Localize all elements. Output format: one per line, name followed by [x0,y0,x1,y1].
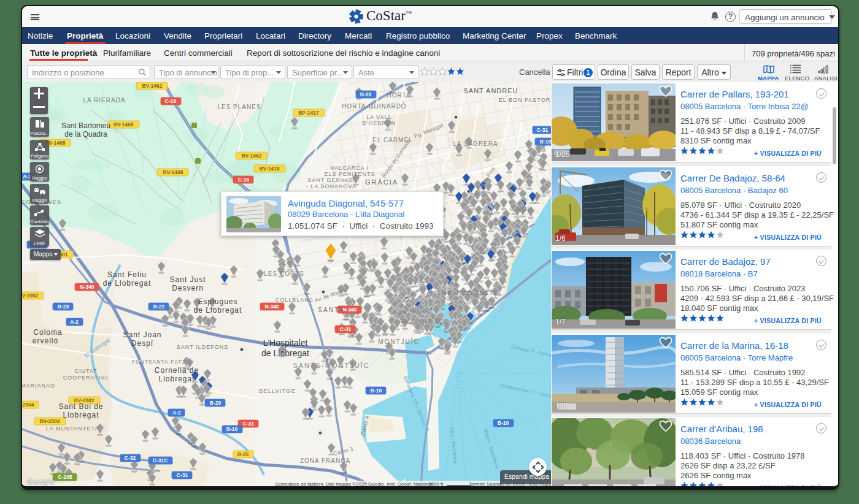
svg-text:MONTJUÏC: MONTJUÏC [378,338,420,345]
svg-text:BV-2002: BV-2002 [22,292,39,299]
svg-text:EL POBLE SEC: EL POBLE SEC [401,318,448,324]
svg-text:GRÀCIA: GRÀCIA [365,178,398,186]
svg-text:Esplugues: Esplugues [198,297,237,306]
svg-text:B-10: B-10 [540,139,551,145]
svg-text:de Llobregat: de Llobregat [194,306,242,315]
svg-text:C-16: C-16 [238,177,250,183]
svg-text:ZONA FRANCA: ZONA FRANCA [300,457,350,464]
svg-text:C-31: C-31 [537,127,549,133]
svg-text:C-31C: C-31C [153,457,168,464]
svg-text:de Llobregat: de Llobregat [103,279,152,288]
svg-text:C-245: C-245 [58,474,72,480]
svg-text:Llobregat: Llobregat [158,375,195,383]
svg-text:C-31: C-31 [340,326,352,332]
svg-text:VALCARCA I: VALCARCA I [331,165,369,171]
svg-text:HORTA: HORTA [387,92,410,99]
svg-text:N-340: N-340 [80,284,94,290]
svg-text:LA BARCELONETA: LA BARCELONETA [437,289,498,296]
svg-text:LES PLANES: LES PLANES [217,104,261,110]
svg-text:A-2: A-2 [70,319,79,325]
svg-text:HORTA-GUINARDÓ: HORTA-GUINARDÓ [342,102,406,110]
svg-text:L'Hospitalet: L'Hospitalet [263,338,308,348]
svg-text:COLLBLANC: COLLBLANC [275,297,314,303]
svg-text:B-10: B-10 [371,388,382,394]
svg-text:LA MUNTANYETA: LA MUNTANYETA [46,426,99,432]
svg-text:SANT ANDREU: SANT ANDREU [463,87,518,94]
svg-text:B-10: B-10 [226,426,238,432]
svg-text:NOU: NOU [517,206,532,213]
svg-text:BELLVITGE: BELLVITGE [259,388,296,394]
svg-text:Llobregat: Llobregat [63,411,99,419]
svg-text:D'HEBRON: D'HEBRON [363,120,396,126]
svg-text:Sant Bartomeu: Sant Bartomeu [61,121,110,130]
svg-text:Coloma: Coloma [33,328,62,337]
svg-text:SANT ILDEFONS: SANT ILDEFONS [177,344,228,350]
svg-text:N-340: N-340 [264,304,279,310]
svg-text:2004: 2004 [23,402,34,408]
svg-text:LA SAGRERA: LA SAGRERA [453,140,498,147]
svg-text:BV-1462: BV-1462 [241,153,261,159]
svg-text:Sant Joan: Sant Joan [123,330,161,339]
svg-text:C-16: C-16 [165,98,177,104]
svg-text:BV-1462: BV-1462 [142,83,162,89]
svg-text:MARIANAO: MARIANAO [22,383,55,389]
svg-text:C-31: C-31 [243,421,255,427]
svg-text:BV-1418: BV-1418 [259,166,279,172]
svg-text:SANTS: SANTS [318,307,344,313]
svg-text:A-2: A-2 [172,410,181,416]
svg-text:N-340: N-340 [342,307,356,313]
svg-text:B-23: B-23 [58,304,69,310]
svg-text:FONTSANTA-FATJÓ: FONTSANTA-FATJÓ [132,359,190,365]
svg-text:Sant Just: Sant Just [169,275,206,284]
svg-text:B-10: B-10 [498,420,509,426]
svg-text:BV-1468: BV-1468 [113,121,133,128]
svg-text:Sant Boi de: Sant Boi de [58,402,103,411]
svg-text:B-22: B-22 [153,304,165,310]
svg-text:de la Quadra: de la Quadra [64,130,107,139]
svg-text:v. del Paral·lel: v. del Paral·lel [394,308,428,315]
svg-text:BV-2004: BV-2004 [39,418,60,424]
svg-text:CIUTAT: CIUTAT [74,368,97,374]
svg-text:Despí: Despí [131,339,153,348]
svg-text:ervelló: ervelló [33,337,58,345]
svg-text:SANTS-MONTJUÏC: SANTS-MONTJUÏC [293,362,369,369]
svg-text:B-20: B-20 [210,400,221,406]
svg-text:SANT GERVASI: SANT GERVASI [307,177,355,183]
svg-text:de Llobregat: de Llobregat [261,348,309,358]
svg-text:B-20: B-20 [360,91,372,97]
svg-text:BV-1468: BV-1468 [163,169,183,175]
svg-text:LA VALL: LA VALL [366,114,391,120]
svg-text:COOPERATIVA: COOPERATIVA [63,375,109,381]
svg-text:Desvern: Desvern [172,284,204,292]
svg-text:ELS PENITENTS: ELS PENITENTS [324,171,375,177]
svg-text:LES CORTS: LES CORTS [264,270,304,277]
svg-text:- LA BONANOVA: - LA BONANOVA [306,183,356,189]
svg-text:LA RIERADA: LA RIERADA [83,97,126,104]
svg-text:EL BON PASTOR: EL BON PASTOR [499,97,550,103]
svg-text:C-31: C-31 [177,472,188,478]
svg-text:BP-1417: BP-1417 [298,110,319,116]
svg-text:B-25: B-25 [237,451,249,457]
svg-text:Sant Feliu: Sant Feliu [107,270,147,279]
svg-text:C-32: C-32 [125,455,136,461]
svg-text:Cornellà de: Cornellà de [155,366,199,375]
